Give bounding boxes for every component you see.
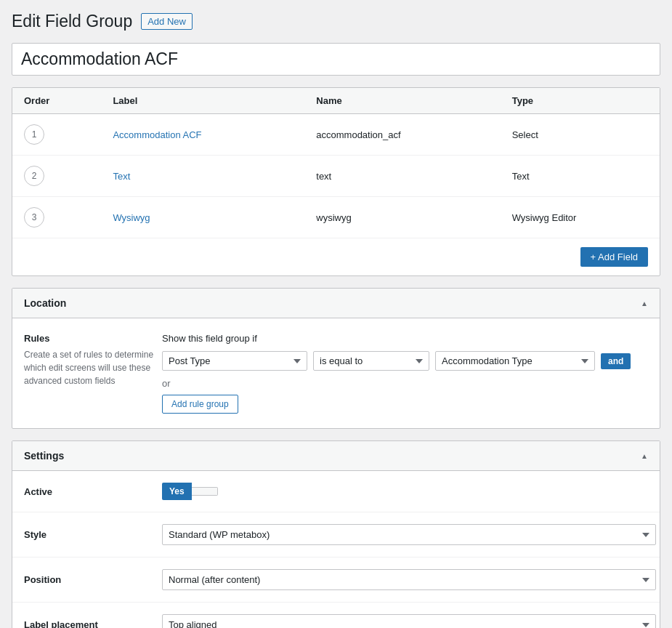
table-row: 2TexttextText bbox=[12, 156, 660, 197]
field-order: 2 bbox=[12, 156, 101, 197]
style-select[interactable]: Standard (WP metabox)Seamless (no metabo… bbox=[162, 524, 656, 545]
fields-table: Order Label Name Type 1Accommodation ACF… bbox=[12, 88, 660, 238]
add-new-button[interactable]: Add New bbox=[141, 13, 193, 30]
add-rule-group-button[interactable]: Add rule group bbox=[162, 395, 238, 414]
field-label[interactable]: Wysiwyg bbox=[101, 197, 304, 238]
add-field-row: + Add Field bbox=[12, 238, 660, 275]
label-placement-control: Top alignedLeft aligned bbox=[162, 614, 656, 628]
position-select[interactable]: Normal (after content)SideHigh (before c… bbox=[162, 569, 656, 590]
field-order: 3 bbox=[12, 197, 101, 238]
field-label[interactable]: Text bbox=[101, 156, 304, 197]
field-name: text bbox=[304, 156, 500, 197]
settings-collapse-icon: ▲ bbox=[641, 452, 648, 460]
and-badge[interactable]: and bbox=[601, 353, 631, 369]
position-control: Normal (after content)SideHigh (before c… bbox=[162, 569, 656, 590]
page-header: Edit Field Group Add New bbox=[12, 12, 660, 31]
location-panel: Location ▲ Rules Create a set of rules t… bbox=[12, 288, 660, 429]
position-label: Position bbox=[24, 574, 162, 585]
rules-label: Rules bbox=[24, 333, 162, 344]
rule-row: Post TypePageCustom Post Type is equal t… bbox=[162, 351, 648, 371]
settings-title: Settings bbox=[24, 450, 64, 462]
title-input[interactable] bbox=[21, 49, 651, 69]
collapse-icon: ▲ bbox=[641, 299, 648, 307]
rules-label-col: Rules Create a set of rules to determine… bbox=[24, 333, 162, 414]
style-control: Standard (WP metabox)Seamless (no metabo… bbox=[162, 524, 656, 545]
value-select[interactable]: Accommodation TypePostPage bbox=[435, 351, 595, 371]
table-row: 1Accommodation ACFaccommodation_acfSelec… bbox=[12, 114, 660, 156]
table-row: 3WysiwygwysiwygWysiwyg Editor bbox=[12, 197, 660, 238]
location-body: Rules Create a set of rules to determine… bbox=[12, 318, 660, 428]
field-order: 1 bbox=[12, 114, 101, 156]
settings-panel: Settings ▲ Active Yes Style Standard (WP… bbox=[12, 440, 660, 628]
active-control: Yes bbox=[162, 483, 648, 500]
active-label: Active bbox=[24, 486, 162, 497]
style-row: Style Standard (WP metabox)Seamless (no … bbox=[12, 512, 660, 557]
rules-content: Show this field group if Post TypePageCu… bbox=[162, 333, 648, 414]
field-type: Wysiwyg Editor bbox=[501, 197, 660, 238]
col-label: Label bbox=[101, 88, 304, 114]
field-type: Text bbox=[501, 156, 660, 197]
style-label: Style bbox=[24, 529, 162, 540]
settings-section-header[interactable]: Settings ▲ bbox=[12, 441, 660, 471]
active-yes-button[interactable]: Yes bbox=[162, 483, 192, 500]
or-text: or bbox=[162, 378, 648, 389]
active-no-button[interactable] bbox=[192, 487, 218, 496]
label-placement-select[interactable]: Top alignedLeft aligned bbox=[162, 614, 656, 628]
field-name: accommodation_acf bbox=[304, 114, 500, 156]
condition-select[interactable]: is equal tois not equal to bbox=[313, 351, 429, 371]
location-section-header[interactable]: Location ▲ bbox=[12, 289, 660, 318]
title-wrap bbox=[12, 43, 660, 76]
col-type: Type bbox=[501, 88, 660, 114]
page-title: Edit Field Group bbox=[12, 12, 132, 31]
field-type: Select bbox=[501, 114, 660, 156]
show-if-label: Show this field group if bbox=[162, 333, 648, 344]
col-name: Name bbox=[304, 88, 500, 114]
field-name: wysiwyg bbox=[304, 197, 500, 238]
label-placement-label: Label placement bbox=[24, 619, 162, 628]
col-order: Order bbox=[12, 88, 101, 114]
active-toggle: Yes bbox=[162, 483, 648, 500]
location-title: Location bbox=[24, 297, 66, 309]
settings-body: Active Yes Style Standard (WP metabox)Se… bbox=[12, 471, 660, 628]
active-row: Active Yes bbox=[12, 471, 660, 512]
rules-desc: Create a set of rules to determine which… bbox=[24, 348, 162, 387]
position-row: Position Normal (after content)SideHigh … bbox=[12, 557, 660, 603]
add-field-button[interactable]: + Add Field bbox=[580, 247, 648, 267]
label-placement-row: Label placement Top alignedLeft aligned bbox=[12, 603, 660, 628]
post-type-select[interactable]: Post TypePageCustom Post Type bbox=[162, 351, 307, 371]
field-label[interactable]: Accommodation ACF bbox=[101, 114, 304, 156]
fields-panel: Order Label Name Type 1Accommodation ACF… bbox=[12, 87, 660, 276]
